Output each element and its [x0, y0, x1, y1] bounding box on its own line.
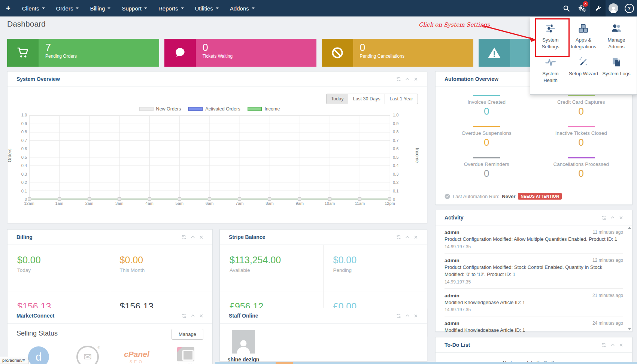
- quick-add-icon[interactable]: +: [0, 4, 16, 13]
- help-icon[interactable]: ?: [621, 0, 637, 16]
- activity-title: Activity: [445, 215, 464, 221]
- close-icon[interactable]: [414, 235, 418, 240]
- alert-badge: ✕: [583, 1, 588, 7]
- nav-menu-item[interactable]: Utilities: [189, 0, 224, 16]
- pending-cancellations-card[interactable]: 0 Pending Cancellations: [322, 39, 474, 67]
- system-settings-wrench-icon[interactable]: [590, 0, 606, 16]
- close-icon[interactable]: [414, 313, 418, 318]
- collapse-icon[interactable]: [405, 235, 410, 240]
- todo-list-panel: To-Do List No Incomplete To-Do Items.: [435, 337, 633, 364]
- close-icon[interactable]: [414, 77, 418, 82]
- collapse-icon[interactable]: [405, 77, 410, 82]
- staff-member: shine dezign 1 second ago: [220, 324, 427, 364]
- chart-legend: New Orders Activated Orders Income: [29, 106, 390, 112]
- menu-item-setup-wizard[interactable]: Setup Wizard: [568, 57, 599, 84]
- y-tick-label: 0.4: [21, 163, 27, 168]
- system-overview-title: System Overview: [16, 76, 60, 82]
- refresh-icon[interactable]: [601, 215, 606, 220]
- annotation-arrow: [479, 22, 541, 45]
- activity-user: admin: [445, 293, 459, 298]
- range-today-button[interactable]: Today: [326, 94, 348, 104]
- needs-attention-badge: NEEDS ATTENTION: [518, 193, 562, 200]
- legend-item: Activated Orders: [188, 106, 240, 112]
- close-icon[interactable]: [619, 343, 623, 348]
- ban-icon: [322, 39, 353, 67]
- x-tick-label: 7am: [232, 201, 247, 206]
- menu-item-system-logs[interactable]: System Logs: [601, 57, 632, 84]
- x-tick-label: 6am: [202, 201, 217, 206]
- legend-label: New Orders: [156, 106, 181, 112]
- user-avatar[interactable]: [606, 0, 621, 16]
- pending-orders-count: 7: [45, 42, 159, 53]
- automation-stat: Inactive Tickets Closed 0: [534, 126, 629, 148]
- data-point-marker: [268, 197, 271, 201]
- refresh-icon[interactable]: [182, 313, 186, 318]
- nav-menu-item[interactable]: Orders: [51, 0, 85, 16]
- refresh-icon[interactable]: [182, 235, 186, 240]
- nav-menu-item[interactable]: Addons: [224, 0, 260, 16]
- data-point-marker: [208, 197, 211, 201]
- range-30days-button[interactable]: Last 30 Days: [348, 94, 385, 104]
- menu-item-apps-integrations[interactable]: Apps & Integrations: [568, 23, 599, 50]
- refresh-icon[interactable]: [396, 313, 401, 318]
- nav-menu-label: Support: [122, 5, 142, 12]
- cart-icon: [7, 39, 39, 67]
- manage-button[interactable]: Manage: [172, 329, 203, 340]
- balance-value: $113,254.00: [230, 255, 323, 266]
- nav-menu-label: Utilities: [195, 5, 213, 12]
- range-1year-button[interactable]: Last 1 Year: [385, 94, 418, 104]
- nav-menu-item[interactable]: Support: [116, 0, 153, 16]
- nav-menu-item[interactable]: Billing: [84, 0, 116, 16]
- balance-label: Available: [230, 267, 323, 273]
- y-tick-label: 0.6: [393, 146, 398, 151]
- system-overview-panel: System Overview Today Last 30 Days Last …: [7, 71, 427, 223]
- collapse-icon[interactable]: [191, 313, 195, 318]
- automation-status-gears-icon[interactable]: ✕: [574, 0, 590, 16]
- refresh-icon[interactable]: [396, 77, 401, 82]
- refresh-icon[interactable]: [396, 235, 401, 240]
- collapse-icon[interactable]: [405, 313, 410, 318]
- collapse-icon[interactable]: [610, 343, 615, 348]
- tickets-waiting-card[interactable]: 0 Tickets Waiting: [164, 39, 316, 67]
- menu-item-manage-admins[interactable]: Manage Admins: [601, 23, 632, 50]
- brand-cpanel-seo[interactable]: cPanel SEO: [119, 350, 155, 364]
- stat-color-line: [473, 126, 500, 127]
- brand-spam-filter[interactable]: ✉®: [70, 346, 106, 364]
- legend-item: New Orders: [139, 106, 181, 112]
- close-icon[interactable]: [619, 215, 623, 220]
- data-point-marker: [88, 197, 91, 201]
- logs-icon: [611, 57, 622, 68]
- data-point-marker: [358, 197, 361, 201]
- panel-tools: [601, 215, 623, 220]
- nav-menu-item[interactable]: Clients: [16, 0, 51, 16]
- close-icon[interactable]: [199, 235, 203, 240]
- refresh-icon[interactable]: [601, 343, 606, 348]
- y-tick-label: 1.0: [393, 113, 398, 117]
- menu-item-system-health[interactable]: System Health: [535, 57, 566, 84]
- nav-menu-item[interactable]: Reports: [153, 0, 189, 16]
- x-tick-label: 12pm: [382, 201, 397, 206]
- close-icon[interactable]: [199, 313, 203, 318]
- stat-color-line: [473, 95, 500, 96]
- pending-orders-card[interactable]: 7 Pending Orders: [7, 39, 159, 67]
- search-icon[interactable]: [558, 0, 574, 16]
- collapse-icon[interactable]: [610, 215, 615, 220]
- scroll-down-icon[interactable]: [628, 328, 631, 330]
- x-tick-label: 11am: [352, 201, 367, 206]
- collapse-icon[interactable]: [191, 235, 195, 240]
- x-tick-label: 8am: [262, 201, 277, 206]
- data-point-marker: [148, 197, 151, 201]
- y-tick-label: 0.2: [21, 180, 27, 185]
- y-tick-label: 0.4: [393, 163, 398, 168]
- activity-item: admin 11 minutes ago Product Configurati…: [445, 225, 623, 254]
- stat-label: Cancellations Processed: [553, 161, 609, 167]
- menu-label: System Health: [535, 70, 566, 84]
- balance-cell: $113,254.00 Available: [220, 245, 324, 291]
- scroll-up-icon[interactable]: [628, 227, 631, 229]
- stat-value: 0: [579, 168, 584, 179]
- menu-label: Setup Wizard: [569, 70, 598, 77]
- brand-site-builder[interactable]: Site Builder: [168, 347, 203, 364]
- activity-description: Modified Knowledgebase Article ID: 1: [445, 327, 623, 332]
- x-tick-label: 2am: [82, 201, 97, 206]
- balance-cell: $0.00 Pending: [324, 245, 427, 291]
